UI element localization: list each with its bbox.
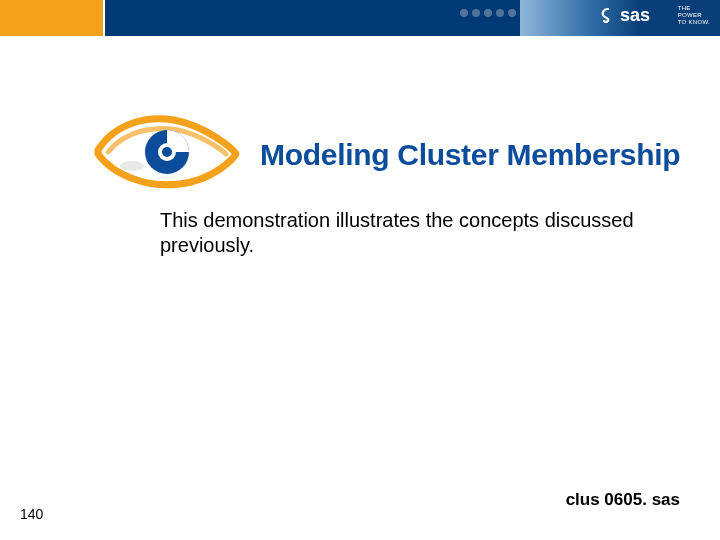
sas-logo: sas bbox=[599, 5, 650, 26]
pager-dots bbox=[460, 9, 516, 17]
slide-title: Modeling Cluster Membership bbox=[260, 138, 680, 172]
slide-body: This demonstration illustrates the conce… bbox=[160, 208, 640, 258]
tagline-line: TO KNOW. bbox=[678, 19, 710, 26]
svg-point-2 bbox=[162, 147, 172, 157]
slide: sas THE POWER TO KNOW. Modeling Cluster … bbox=[0, 0, 720, 540]
filename-label: clus 0605. sas bbox=[566, 490, 680, 510]
brand-text: sas bbox=[620, 5, 650, 26]
eye-icon bbox=[92, 112, 242, 196]
dot-icon bbox=[472, 9, 480, 17]
dot-icon bbox=[460, 9, 468, 17]
tagline-line: THE bbox=[678, 5, 710, 12]
accent-block bbox=[0, 0, 105, 36]
brand-tagline: THE POWER TO KNOW. bbox=[678, 5, 710, 26]
svg-point-3 bbox=[120, 161, 144, 171]
dot-icon bbox=[496, 9, 504, 17]
dot-icon bbox=[508, 9, 516, 17]
dot-icon bbox=[484, 9, 492, 17]
top-bar: sas THE POWER TO KNOW. bbox=[0, 0, 720, 36]
tagline-line: POWER bbox=[678, 12, 710, 19]
page-number: 140 bbox=[20, 506, 43, 522]
